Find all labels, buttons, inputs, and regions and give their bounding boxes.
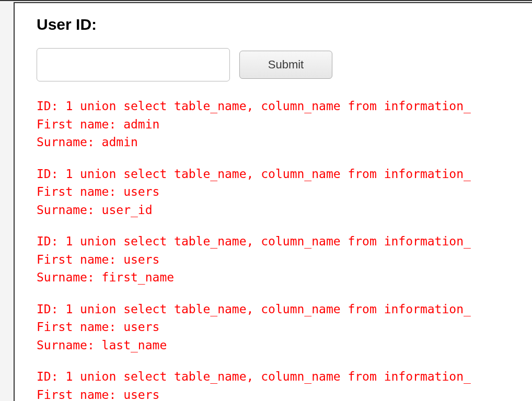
page-title: User ID: (37, 16, 532, 33)
result-entry: ID: 1 union select table_name, column_na… (37, 165, 532, 219)
result-entry: ID: 1 union select table_name, column_na… (37, 232, 532, 287)
result-entry: ID: 1 union select table_name, column_na… (37, 368, 532, 401)
content-panel: User ID: Submit ID: 1 union select table… (14, 2, 532, 401)
user-id-input[interactable] (37, 48, 230, 81)
submit-button[interactable]: Submit (239, 51, 332, 79)
user-id-form: Submit (37, 48, 532, 81)
results-block: ID: 1 union select table_name, column_na… (37, 97, 532, 401)
result-entry: ID: 1 union select table_name, column_na… (37, 300, 532, 355)
result-entry: ID: 1 union select table_name, column_na… (37, 97, 532, 151)
